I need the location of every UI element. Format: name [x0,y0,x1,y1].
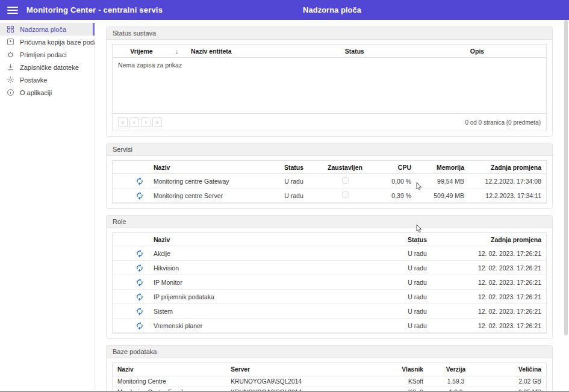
restart-role-icon[interactable] [135,264,144,272]
zaustavljen-checkbox[interactable] [342,177,349,184]
column-velicina: Veličina [483,366,546,373]
previous-page-button[interactable]: ‹ [129,117,139,127]
restart-role-icon[interactable] [135,322,144,330]
service-cpu: 0,00 % [373,178,416,185]
column-verzija: Verzija [428,366,483,373]
database-name: Monitoring Centre Email [113,389,226,392]
role-name: Sistem [149,308,384,315]
sort-desc-icon[interactable]: ↓ [170,48,186,55]
column-status: Status [301,48,408,55]
scrollbar-thumb[interactable] [564,20,568,335]
database-size: 6,05 MB [483,389,546,392]
zaustavljen-checkbox[interactable] [342,191,349,198]
column-zaustavljen: Zaustavljen [317,164,373,171]
column-status: Status [270,164,317,171]
role-row[interactable]: Hikvision U radu 12. 02. 2023. 17:26:21 [113,261,546,275]
service-memory: 99,54 MB [416,178,469,185]
role-status: U radu [384,264,451,272]
vertical-scrollbar[interactable] [564,20,568,391]
database-version: 1.59.3 [428,378,483,385]
database-row[interactable]: Monitoring Centre KRUNOYOGA9\SQL2014 KSo… [113,376,546,387]
sidebar-item-label: O aplikaciji [20,89,52,96]
sidebar-item-label: Postavke [20,76,47,84]
sidebar-item-primljeni-podaci[interactable]: Primljeni podaci [0,48,95,61]
panel-title: Status sustava [107,27,552,40]
backup-box-icon [7,38,14,46]
database-size: 2,02 GB [483,378,546,385]
role-row[interactable]: IP prijemnik podataka U radu 12. 02. 202… [113,290,546,304]
column-naziv: Naziv [113,366,226,373]
service-cpu: 0,39 % [373,192,416,199]
panel-title: Servisi [107,143,552,156]
page-title: Nadzorna ploča [95,5,569,14]
column-cpu: CPU [373,164,416,171]
role-row[interactable]: Vremenski planer U radu 12. 02. 2023. 17… [113,319,546,333]
role-status: U radu [384,322,451,329]
role-status: U radu [384,250,451,257]
role-status: U radu [384,279,451,286]
sidebar-item-nadzorna-ploca[interactable]: Nadzorna ploča [0,23,95,36]
column-zadnja-promjena: Zadnja promjena [469,164,546,171]
service-last-change: 12.2.2023. 17:34:11 [469,192,546,199]
service-status: U radu [270,192,317,199]
role-last-change: 12. 02. 2023. 17:26:21 [451,250,546,257]
panel-role: Role Naziv Status Zadnja promjena Akcije… [106,215,553,339]
service-row[interactable]: Monitoring centre Gateway U radu 0,00 % … [113,174,546,188]
gear-icon [7,76,14,84]
download-icon [7,63,14,71]
services-table-header: Naziv Status Zaustavljen CPU Memorija Za… [113,161,546,174]
menu-icon[interactable] [7,7,18,14]
restart-role-icon[interactable] [135,278,144,287]
databases-table-header: Naziv Server Vlasnik Verzija Veličina [113,363,546,376]
role-status: U radu [384,293,451,300]
role-last-change: 12. 02. 2023. 17:26:21 [451,308,546,315]
database-owner: KSoft [379,378,428,385]
role-name: IP prijemnik podataka [149,293,384,300]
column-vrijeme[interactable]: Vrijeme [113,48,170,55]
role-last-change: 12. 02. 2023. 17:26:21 [451,264,546,272]
empty-table-message: Nema zapisa za prikaz [113,58,546,113]
pagination-info: 0 od 0 stranica (0 predmeta) [465,119,541,126]
service-row[interactable]: Monitoring centre Server U radu 0,39 % 5… [113,188,546,203]
info-icon [7,89,14,96]
database-owner: KSoft [379,389,428,392]
artifact-tilde: ~ [417,241,420,246]
column-memorija: Memorija [416,164,469,171]
service-name: Monitoring centre Server [149,192,270,199]
database-row[interactable]: Monitoring Centre Email KRUNOYOGA9\SQL20… [113,387,546,392]
panel-servisi: Servisi Naziv Status Zaustavljen CPU Mem… [106,143,553,209]
database-version: 1.0.9 [428,389,483,392]
database-name: Monitoring Centre [113,378,226,385]
sidebar-item-zapisnicke-datoteke[interactable]: Zapisničke datoteke [0,61,95,73]
role-name: IP Monitor [149,279,384,286]
database-server: KRUNOYOGA9\SQL2014 [226,389,379,392]
sidebar: Nadzorna ploča Pričuvna kopija baze poda… [0,20,95,390]
service-memory: 509,49 MB [416,192,469,199]
restart-service-icon[interactable] [135,191,144,200]
restart-role-icon[interactable] [135,249,144,258]
sidebar-item-pricuvna-kopija[interactable]: Pričuvna kopija baze podataka [0,36,95,48]
first-page-button[interactable]: « [118,117,128,127]
received-data-icon [7,51,14,58]
next-page-button[interactable]: › [141,117,151,127]
sidebar-item-o-aplikaciji[interactable]: O aplikaciji [0,86,95,99]
sidebar-item-label: Primljeni podaci [20,51,67,58]
last-page-button[interactable]: » [152,117,162,127]
role-name: Hikvision [149,264,384,272]
role-name: Vremenski planer [149,322,384,329]
restart-role-icon[interactable] [135,307,144,316]
sidebar-item-postavke[interactable]: Postavke [0,73,95,86]
role-last-change: 12. 02. 2023. 17:26:21 [451,293,546,300]
panel-title: Role [107,216,552,228]
pagination-bar: « ‹ › » 0 od 0 stranica (0 predmeta) [113,113,546,131]
service-status: U radu [270,178,317,185]
main-content: Status sustava Vrijeme ↓ Naziv entiteta … [95,20,569,390]
restart-service-icon[interactable] [135,177,144,185]
column-zadnja-promjena: Zadnja promjena [451,236,546,243]
status-table-header: Vrijeme ↓ Naziv entiteta Status Opis [113,45,546,58]
role-row[interactable]: Sistem U radu 12. 02. 2023. 17:26:21 [113,304,546,319]
column-vlasnik: Vlasnik [379,366,428,373]
role-row[interactable]: IP Monitor U radu 12. 02. 2023. 17:26:21 [113,275,546,290]
restart-role-icon[interactable] [135,293,144,301]
role-row[interactable]: Akcije U radu 12. 02. 2023. 17:26:21 [113,246,546,261]
